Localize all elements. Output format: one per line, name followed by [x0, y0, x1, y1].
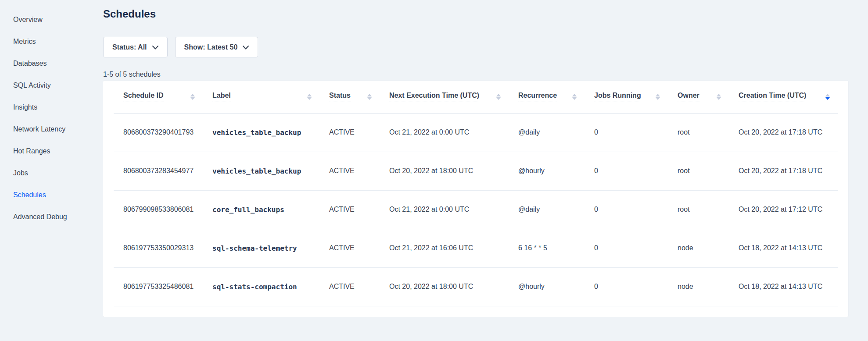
- schedules-table: Schedule ID Label Status Next Execu: [114, 81, 838, 306]
- sort-arrows-icon: [367, 94, 372, 100]
- sidebar-item-sql-activity[interactable]: SQL Activity: [0, 75, 103, 96]
- schedule-label-cell: sql-schema-telemetry: [203, 229, 319, 267]
- sidebar-item-advanced-debug[interactable]: Advanced Debug: [0, 206, 103, 228]
- creation-time-cell: Oct 18, 2022 at 14:13 UTC: [729, 229, 838, 267]
- schedule-id-cell: 806800373290401793: [114, 113, 203, 152]
- show-limit-dropdown[interactable]: Show: Latest 50: [175, 37, 258, 57]
- table-row[interactable]: 806197753325486081 sql-stats-compaction …: [114, 267, 838, 306]
- sidebar-item-hot-ranges[interactable]: Hot Ranges: [0, 140, 103, 162]
- jobs-running-cell: 0: [585, 152, 668, 190]
- sidebar-item-metrics[interactable]: Metrics: [0, 31, 103, 53]
- jobs-running-cell: 0: [585, 113, 668, 152]
- recurrence-cell: 6 16 * * 5: [509, 229, 585, 267]
- schedule-label-cell: sql-stats-compaction: [203, 267, 319, 306]
- status-cell: ACTIVE: [319, 229, 380, 267]
- recurrence-cell: @daily: [509, 190, 585, 229]
- main-content: Schedules Status: All Show: Latest 50 1-…: [103, 0, 868, 317]
- sidebar-item-network-latency[interactable]: Network Latency: [0, 118, 103, 140]
- jobs-running-cell: 0: [585, 267, 668, 306]
- sort-arrows-icon: [496, 94, 501, 100]
- schedules-page: Overview Metrics Databases SQL Activity …: [0, 0, 868, 341]
- sidebar-nav: Overview Metrics Databases SQL Activity …: [0, 0, 103, 341]
- owner-cell: node: [668, 229, 729, 267]
- sort-arrows-icon: [572, 94, 577, 100]
- sidebar-item-overview[interactable]: Overview: [0, 9, 103, 31]
- schedule-label-cell: vehicles_table_backup: [203, 113, 319, 152]
- owner-cell: root: [668, 190, 729, 229]
- owner-cell: node: [668, 267, 729, 306]
- chevron-down-icon: [243, 46, 249, 50]
- table-row[interactable]: 806799098533806081 core_full_backups ACT…: [114, 190, 838, 229]
- schedule-id-cell: 806799098533806081: [114, 190, 203, 229]
- creation-time-cell: Oct 20, 2022 at 17:12 UTC: [729, 190, 838, 229]
- owner-cell: root: [668, 113, 729, 152]
- table-row[interactable]: 806197753350029313 sql-schema-telemetry …: [114, 229, 838, 267]
- schedules-table-card: Schedule ID Label Status Next Execu: [103, 81, 848, 317]
- schedule-id-cell: 806197753325486081: [114, 267, 203, 306]
- sort-arrows-desc-icon: [825, 94, 830, 100]
- status-filter-dropdown[interactable]: Status: All: [103, 37, 168, 57]
- next-execution-cell: Oct 21, 2022 at 16:06 UTC: [380, 229, 509, 267]
- column-header-recurrence[interactable]: Recurrence: [509, 81, 585, 113]
- sort-arrows-icon: [656, 94, 660, 100]
- sort-arrows-icon: [190, 94, 195, 100]
- next-execution-cell: Oct 21, 2022 at 0:00 UTC: [380, 113, 509, 152]
- recurrence-cell: @daily: [509, 113, 585, 152]
- status-cell: ACTIVE: [319, 190, 380, 229]
- owner-cell: root: [668, 152, 729, 190]
- filter-bar: Status: All Show: Latest 50: [103, 37, 868, 57]
- next-execution-cell: Oct 21, 2022 at 0:00 UTC: [380, 190, 509, 229]
- status-cell: ACTIVE: [319, 152, 380, 190]
- creation-time-cell: Oct 20, 2022 at 17:18 UTC: [729, 152, 838, 190]
- column-header-label[interactable]: Label: [203, 81, 319, 113]
- page-title: Schedules: [103, 7, 868, 21]
- show-limit-label: Show: Latest 50: [184, 43, 238, 51]
- sort-arrows-icon: [717, 94, 721, 100]
- column-header-creation-time[interactable]: Creation Time (UTC): [729, 81, 838, 113]
- column-header-status[interactable]: Status: [319, 81, 380, 113]
- next-execution-cell: Oct 20, 2022 at 18:00 UTC: [380, 152, 509, 190]
- status-cell: ACTIVE: [319, 267, 380, 306]
- schedule-id-cell: 806197753350029313: [114, 229, 203, 267]
- sidebar-item-databases[interactable]: Databases: [0, 53, 103, 75]
- recurrence-cell: @hourly: [509, 267, 585, 306]
- schedule-id-cell: 806800373283454977: [114, 152, 203, 190]
- sort-arrows-icon: [307, 94, 312, 100]
- status-cell: ACTIVE: [319, 113, 380, 152]
- creation-time-cell: Oct 20, 2022 at 17:18 UTC: [729, 113, 838, 152]
- sidebar-item-schedules[interactable]: Schedules: [0, 184, 103, 206]
- table-row[interactable]: 806800373283454977 vehicles_table_backup…: [114, 152, 838, 190]
- status-filter-label: Status: All: [112, 43, 147, 51]
- next-execution-cell: Oct 20, 2022 at 18:00 UTC: [380, 267, 509, 306]
- schedule-label-cell: vehicles_table_backup: [203, 152, 319, 190]
- table-row[interactable]: 806800373290401793 vehicles_table_backup…: [114, 113, 838, 152]
- jobs-running-cell: 0: [585, 190, 668, 229]
- sidebar-item-jobs[interactable]: Jobs: [0, 162, 103, 184]
- jobs-running-cell: 0: [585, 229, 668, 267]
- results-count: 1-5 of 5 schedules: [103, 70, 868, 79]
- column-header-schedule-id[interactable]: Schedule ID: [114, 81, 203, 113]
- creation-time-cell: Oct 18, 2022 at 14:13 UTC: [729, 267, 838, 306]
- recurrence-cell: @hourly: [509, 152, 585, 190]
- sidebar-item-insights[interactable]: Insights: [0, 96, 103, 118]
- column-header-owner[interactable]: Owner: [668, 81, 729, 113]
- table-header-row: Schedule ID Label Status Next Execu: [114, 81, 838, 113]
- chevron-down-icon: [152, 46, 158, 50]
- column-header-jobs-running[interactable]: Jobs Running: [585, 81, 668, 113]
- schedule-label-cell: core_full_backups: [203, 190, 319, 229]
- column-header-next-execution-time[interactable]: Next Execution Time (UTC): [380, 81, 509, 113]
